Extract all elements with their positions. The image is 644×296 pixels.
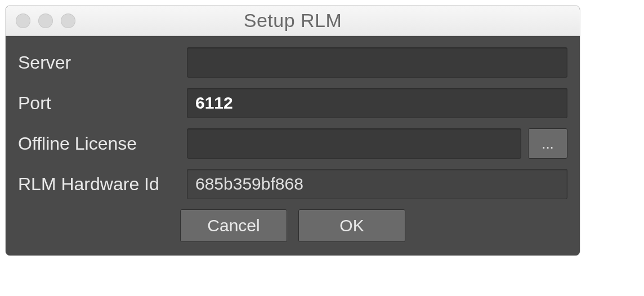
cancel-button[interactable]: Cancel [180, 209, 287, 242]
offline-license-label: Offline License [18, 133, 187, 154]
dialog-content: Server Port Offline License ... RLM Hard… [6, 36, 580, 255]
ok-button[interactable]: OK [298, 209, 405, 242]
port-input[interactable] [187, 88, 567, 118]
zoom-icon[interactable] [61, 14, 75, 28]
hardware-id-label: RLM Hardware Id [18, 174, 187, 195]
window-title: Setup RLM [244, 10, 342, 32]
window-controls [16, 14, 75, 28]
offline-license-row: Offline License ... [18, 128, 567, 159]
port-row: Port [18, 88, 567, 118]
server-input[interactable] [187, 47, 567, 78]
minimize-icon[interactable] [38, 14, 53, 28]
port-label: Port [18, 93, 187, 114]
hardware-id-row: RLM Hardware Id [18, 169, 567, 199]
dialog-buttons: Cancel OK [18, 209, 567, 242]
offline-license-input[interactable] [187, 128, 521, 159]
server-row: Server [18, 47, 567, 78]
hardware-id-field [187, 169, 567, 199]
server-label: Server [18, 52, 187, 73]
setup-rlm-window: Setup RLM Server Port Offline License ..… [6, 6, 580, 255]
titlebar: Setup RLM [6, 6, 580, 36]
browse-button[interactable]: ... [528, 128, 567, 159]
close-icon[interactable] [16, 14, 30, 28]
